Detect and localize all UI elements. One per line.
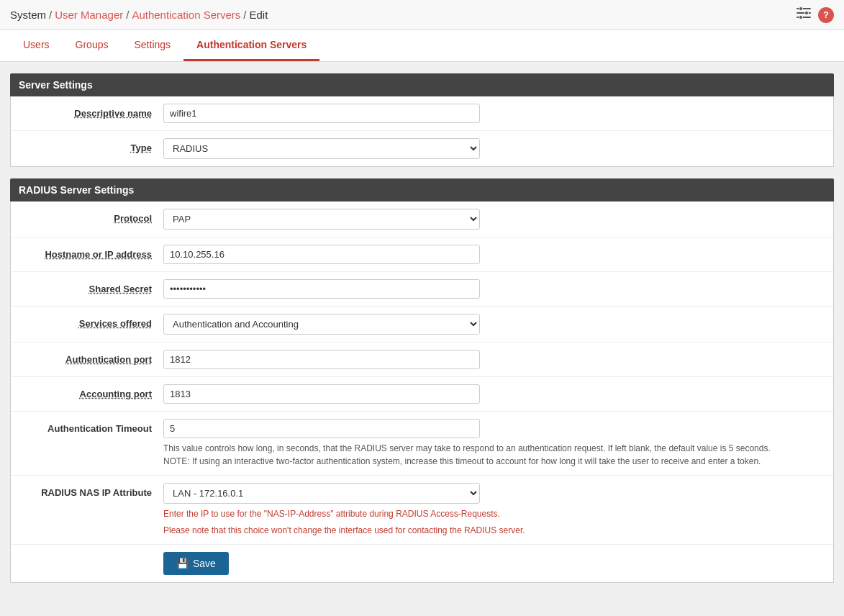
breadcrumb-usermanager[interactable]: User Manager [55, 9, 123, 21]
tab-auth-servers[interactable]: Authentication Servers [183, 30, 319, 61]
radius-settings-form: Protocol PAP CHAP MS-CHAPv2 Hostname or … [10, 201, 834, 583]
save-label: Save [193, 558, 216, 569]
descriptive-name-input[interactable] [163, 104, 480, 123]
svg-point-4 [805, 12, 809, 15]
auth-timeout-row: Authentication Timeout This value contro… [11, 412, 833, 476]
shared-secret-input[interactable] [163, 279, 480, 299]
type-select[interactable]: RADIUS LDAP [163, 138, 480, 159]
tab-settings[interactable]: Settings [121, 30, 183, 61]
auth-timeout-help: This value controls how long, in seconds… [163, 442, 797, 468]
topbar: System / User Manager / Authentication S… [0, 0, 844, 30]
services-label: Services offered [19, 314, 163, 329]
auth-port-label: Authentication port [19, 350, 163, 365]
protocol-row: Protocol PAP CHAP MS-CHAPv2 [11, 201, 833, 237]
breadcrumb: System / User Manager / Authentication S… [10, 9, 268, 21]
type-label: Type [19, 138, 163, 153]
hostname-row: Hostname or IP address [11, 237, 833, 272]
nas-ip-select[interactable]: LAN - 172.16.0.1 WAN LAN [163, 483, 480, 504]
radius-settings-header: RADIUS Server Settings [10, 178, 834, 201]
descriptive-name-label: Descriptive name [19, 104, 163, 119]
save-button[interactable]: 💾 Save [163, 552, 229, 575]
protocol-select[interactable]: PAP CHAP MS-CHAPv2 [163, 209, 480, 230]
radius-settings-section: RADIUS Server Settings Protocol PAP CHAP… [10, 178, 834, 583]
hostname-input[interactable] [163, 245, 480, 264]
help-icon[interactable]: ? [818, 7, 834, 23]
accounting-port-input[interactable] [163, 384, 480, 404]
hostname-label: Hostname or IP address [19, 245, 163, 260]
server-settings-section: Server Settings Descriptive name Type RA… [10, 73, 834, 167]
auth-port-row: Authentication port [11, 343, 833, 377]
nas-ip-row: RADIUS NAS IP Attribute LAN - 172.16.0.1… [11, 476, 833, 545]
services-row: Services offered Authentication and Acco… [11, 307, 833, 343]
breadcrumb-authservers[interactable]: Authentication Servers [132, 9, 240, 21]
accounting-port-row: Accounting port [11, 377, 833, 412]
auth-port-input[interactable] [163, 350, 480, 369]
descriptive-name-row: Descriptive name [11, 96, 833, 131]
main-content: Server Settings Descriptive name Type RA… [0, 62, 844, 606]
settings-icon[interactable] [797, 6, 811, 24]
topbar-icons: ? [797, 6, 834, 24]
svg-point-5 [799, 16, 803, 19]
save-row: 💾 Save [11, 545, 833, 582]
save-icon: 💾 [176, 558, 189, 569]
auth-timeout-label: Authentication Timeout [19, 419, 163, 434]
nas-ip-help-2: Please note that this choice won't chang… [163, 524, 797, 537]
protocol-label: Protocol [19, 209, 163, 224]
tab-users[interactable]: Users [10, 30, 63, 61]
tab-groups[interactable]: Groups [63, 30, 122, 61]
nas-ip-label: RADIUS NAS IP Attribute [19, 483, 163, 498]
nas-ip-help-1: Enter the IP to use for the "NAS-IP-Addr… [163, 507, 797, 520]
auth-timeout-input[interactable] [163, 419, 480, 438]
type-row: Type RADIUS LDAP [11, 131, 833, 166]
shared-secret-label: Shared Secret [19, 279, 163, 294]
server-settings-header: Server Settings [10, 73, 834, 96]
breadcrumb-edit: Edit [250, 9, 268, 21]
breadcrumb-system: System [10, 9, 46, 21]
svg-point-3 [799, 7, 803, 11]
services-select[interactable]: Authentication and Accounting Authentica… [163, 314, 480, 335]
shared-secret-row: Shared Secret [11, 272, 833, 307]
accounting-port-label: Accounting port [19, 384, 163, 399]
tabbar: Users Groups Settings Authentication Ser… [0, 30, 844, 62]
server-settings-form: Descriptive name Type RADIUS LDAP [10, 96, 834, 167]
